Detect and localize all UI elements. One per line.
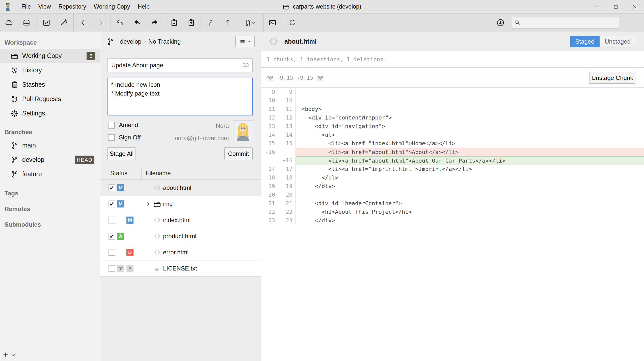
- tags-section-header[interactable]: Tags: [0, 190, 100, 197]
- stage-checkbox[interactable]: [109, 249, 115, 256]
- quick-actions-wand-button[interactable]: [58, 17, 69, 28]
- status-column-header[interactable]: Status: [110, 170, 127, 177]
- column-divider[interactable]: [141, 167, 142, 180]
- menu-working-copy[interactable]: Working Copy: [90, 0, 134, 13]
- stash-save-button[interactable]: [169, 17, 180, 28]
- avatar[interactable]: [233, 120, 253, 141]
- old-line-number: 11: [261, 105, 278, 113]
- file-row-index[interactable]: M index.html: [100, 212, 261, 228]
- stage-checkbox[interactable]: [109, 217, 115, 223]
- signoff-checkbox[interactable]: [108, 134, 115, 141]
- amend-checkbox[interactable]: [108, 122, 115, 129]
- diff-line: 1313 <div id="navigation">: [261, 122, 644, 131]
- rebase-button[interactable]: [222, 17, 233, 28]
- staged-tab[interactable]: Staged: [570, 36, 600, 47]
- sidebar-item-working-copy[interactable]: Working Copy 6: [0, 49, 100, 63]
- merge-button[interactable]: [205, 17, 216, 28]
- diff-view[interactable]: 99 1010 1111<body> 1212 <div id="content…: [261, 88, 644, 225]
- terminal-button[interactable]: [267, 17, 278, 28]
- chevron-down-icon: [11, 353, 15, 357]
- sidebar-item-label: History: [22, 67, 42, 74]
- menu-file[interactable]: File: [18, 0, 35, 13]
- menu-view[interactable]: View: [35, 0, 55, 13]
- old-line-number: -16: [261, 148, 278, 156]
- menu-repository[interactable]: Repository: [55, 0, 90, 13]
- stash-apply-button[interactable]: [186, 17, 197, 28]
- submodules-section-header[interactable]: Submodules: [0, 221, 100, 228]
- file-row-img[interactable]: ✓ M img: [100, 196, 261, 212]
- expander-chevron-icon[interactable]: [146, 202, 151, 206]
- chunk-range: @@ -9,15 +9,15 @@: [266, 74, 323, 81]
- gear-icon: [11, 109, 19, 117]
- pull-request-icon: [11, 95, 19, 103]
- new-line-number: 20: [278, 191, 296, 199]
- file-row-error[interactable]: D error.html: [100, 244, 261, 260]
- diff-line: 1818 </ul>: [261, 173, 644, 182]
- refresh-button[interactable]: [287, 17, 298, 28]
- diff-line-deleted: -16 <li><a href="about.html">About</a></…: [261, 148, 644, 156]
- remotes-section-header[interactable]: Remotes: [0, 205, 100, 213]
- back-button[interactable]: [78, 17, 89, 28]
- code-text: <li><a href="index.html">Home</a></li>: [296, 139, 644, 148]
- branch-options-button[interactable]: [235, 36, 255, 47]
- check-mark: ✓: [110, 184, 114, 191]
- commit-button[interactable]: Commit: [224, 147, 253, 160]
- minimize-button[interactable]: [587, 0, 606, 13]
- new-line-number: +16: [278, 156, 296, 165]
- search-field[interactable]: [512, 17, 619, 28]
- sidebar-item-stashes[interactable]: Stashes: [0, 77, 100, 92]
- folder-icon: [283, 3, 290, 10]
- sidebar-item-settings[interactable]: Settings: [0, 106, 100, 121]
- sidebar-branch-feature[interactable]: feature: [0, 167, 100, 181]
- file-row-product[interactable]: ✓ A product.html: [100, 228, 261, 244]
- new-line-number: 18: [278, 173, 296, 182]
- maximize-button[interactable]: [606, 0, 625, 13]
- fetch-download-button[interactable]: [495, 17, 506, 28]
- cloud-services-button[interactable]: [3, 17, 14, 28]
- tracking-status[interactable]: No Tracking: [148, 38, 181, 45]
- commit-message-line: * Modify page text: [111, 89, 249, 98]
- unstage-chunk-button[interactable]: Unstage Chunk: [589, 72, 635, 84]
- open-repository-button[interactable]: [41, 17, 52, 28]
- author-email: nora@git-tower.com: [175, 135, 229, 142]
- diff-summary: 1 chunks, 1 insertions, 1 deletions.: [261, 51, 644, 67]
- undo-button[interactable]: [114, 17, 125, 28]
- filename-column-header[interactable]: Filename: [146, 170, 171, 177]
- chunk-header-bar: @@ -9,15 +9,15 @@ Unstage Chunk: [261, 67, 644, 88]
- stage-checkbox[interactable]: ✓: [109, 200, 115, 207]
- file-name: about.html: [163, 184, 191, 191]
- head-badge: HEAD: [75, 156, 94, 164]
- search-input[interactable]: [521, 17, 619, 28]
- sidebar-item-pull-requests[interactable]: Pull Requests: [0, 92, 100, 106]
- compare-button[interactable]: [242, 17, 257, 28]
- menu-help[interactable]: Help: [134, 0, 153, 13]
- file-row-about[interactable]: ✓ M about.html: [100, 180, 261, 196]
- current-branch[interactable]: develop: [120, 38, 141, 45]
- code-file-icon: [153, 249, 161, 256]
- forward-button[interactable]: [95, 17, 106, 28]
- commit-subject-input[interactable]: Update About page 33: [108, 58, 253, 72]
- file-name: LICENSE.txt: [163, 265, 197, 272]
- text-file-icon: [153, 265, 161, 272]
- unstaged-tab[interactable]: Unstaged: [600, 36, 636, 47]
- code-text: <div id="navigation">: [296, 122, 644, 131]
- file-name: img: [163, 200, 173, 207]
- stage-checkbox[interactable]: ✓: [109, 184, 115, 191]
- redo-button[interactable]: [149, 17, 160, 28]
- branch-icon: [106, 38, 115, 46]
- sidebar-branch-main[interactable]: main: [0, 138, 100, 153]
- folder-icon: [153, 200, 161, 208]
- discard-button[interactable]: [131, 17, 143, 28]
- close-button[interactable]: [625, 0, 644, 13]
- stage-all-button[interactable]: Stage All: [108, 147, 136, 160]
- sidebar-branch-develop[interactable]: develop HEAD: [0, 153, 100, 167]
- stage-checkbox[interactable]: ✓: [109, 233, 115, 239]
- commit-message-textarea[interactable]: * Include new icon * Modify page text: [108, 78, 253, 115]
- diff-line: 2020: [261, 191, 644, 199]
- add-repository-button[interactable]: +: [3, 350, 15, 359]
- sidebar-item-history[interactable]: History: [0, 63, 100, 77]
- file-row-license[interactable]: ? ? LICENSE.txt: [100, 260, 261, 277]
- branch-icon: [11, 170, 19, 178]
- stage-checkbox[interactable]: [109, 265, 115, 272]
- local-repositories-button[interactable]: [21, 17, 32, 28]
